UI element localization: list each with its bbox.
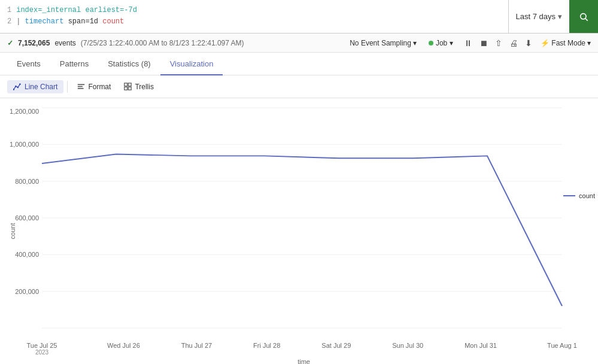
job-chevron-icon: ▾ xyxy=(450,39,453,47)
kw-count: count xyxy=(102,17,124,26)
events-label: events xyxy=(54,39,75,47)
x-label-jul29: Sat Jul 29 xyxy=(321,342,351,356)
x-label-jul30: Sun Jul 30 xyxy=(392,342,423,356)
svg-line-1 xyxy=(585,19,588,21)
kw-index: index=_internal xyxy=(16,6,81,14)
kw-earliest: earliest=-7d xyxy=(85,6,136,14)
fast-mode-chevron-icon: ▾ xyxy=(587,39,591,47)
x-label-jul26: Wed Jul 26 xyxy=(107,342,140,356)
y-axis: 1,200,000 1,000,000 800,000 600,000 400,… xyxy=(3,108,562,328)
svg-point-0 xyxy=(581,13,586,19)
trellis-icon xyxy=(124,83,132,90)
chevron-down-icon: ▾ xyxy=(558,12,562,21)
legend-line-icon xyxy=(563,195,575,196)
line-num-1: 1 xyxy=(7,5,11,16)
time-picker[interactable]: Last 7 days ▾ xyxy=(508,0,570,33)
query-line-1: 1 index=_internal earliest=-7d xyxy=(7,5,501,16)
job-status-dot xyxy=(429,41,433,46)
sampling-label: No Event Sampling xyxy=(350,39,411,47)
x-label-jul27: Thu Jul 27 xyxy=(181,342,212,356)
search-icon xyxy=(579,11,588,22)
tab-events[interactable]: Events xyxy=(7,53,50,75)
legend-count: count xyxy=(563,192,595,199)
share-icon[interactable]: ⇧ xyxy=(494,37,503,49)
svg-point-4 xyxy=(17,86,19,88)
status-check-icon: ✓ xyxy=(7,39,13,47)
svg-rect-10 xyxy=(129,83,132,86)
x-label-jul28: Fri Jul 28 xyxy=(253,342,280,356)
line-chart-button[interactable]: Line Chart xyxy=(7,80,63,93)
query-bar: 1 index=_internal earliest=-7d 2 | timec… xyxy=(0,0,598,34)
svg-point-5 xyxy=(19,83,21,85)
format-button[interactable]: Format xyxy=(71,80,117,93)
job-dropdown[interactable]: Job ▾ xyxy=(429,39,453,47)
svg-rect-12 xyxy=(129,87,132,90)
stop-icon[interactable]: ⏹ xyxy=(478,37,489,49)
line-chart-label: Line Chart xyxy=(25,83,57,91)
x-label-jul31: Mon Jul 31 xyxy=(465,342,497,356)
sampling-chevron-icon: ▾ xyxy=(413,39,417,47)
x-axis-title: _time xyxy=(294,358,310,364)
format-label: Format xyxy=(88,83,111,91)
y-label-200k: 200,000 xyxy=(6,288,39,295)
chart-area: count 1,200,000 1,000,000 800,000 600,00… xyxy=(0,98,598,364)
line-num-2: 2 xyxy=(7,16,11,28)
toolbar-separator xyxy=(67,81,68,93)
y-label-600k: 600,000 xyxy=(6,214,39,222)
x-axis: Tue Jul 25 2023 Wed Jul 26 Thu Jul 27 Fr… xyxy=(42,342,562,356)
y-label-400k: 400,000 xyxy=(6,251,39,258)
y-label-1200k: 1,200,000 xyxy=(6,108,39,115)
svg-rect-11 xyxy=(125,87,128,90)
tab-patterns[interactable]: Patterns xyxy=(50,53,98,75)
kw-span: span=1d xyxy=(68,17,103,26)
kw-timechart: timechart xyxy=(25,17,64,26)
job-label: Job xyxy=(436,39,447,47)
pipe-sym: | xyxy=(16,17,25,26)
svg-point-3 xyxy=(15,85,17,87)
main-tabs: Events Patterns Statistics (8) Visualiza… xyxy=(0,53,598,75)
status-action-icons: ⏸ ⏹ ⇧ 🖨 ⬇ xyxy=(463,37,533,49)
trellis-label: Trellis xyxy=(135,83,154,91)
svg-rect-7 xyxy=(78,86,83,87)
event-sampling-dropdown[interactable]: No Event Sampling ▾ xyxy=(350,39,417,47)
query-text-1: index=_internal earliest=-7d xyxy=(16,5,137,16)
query-text-2: | timechart span=1d count xyxy=(16,16,124,28)
y-label-800k: 800,000 xyxy=(6,178,39,185)
chart-container: 1,200,000 1,000,000 800,000 600,000 400,… xyxy=(42,108,562,328)
svg-rect-9 xyxy=(125,83,128,86)
x-label-aug1: Tue Aug 1 xyxy=(538,342,586,356)
export-icon[interactable]: ⬇ xyxy=(524,37,533,49)
chart-legend: count xyxy=(563,192,595,199)
tab-statistics[interactable]: Statistics (8) xyxy=(98,53,160,75)
format-icon xyxy=(77,83,85,90)
event-count: 7,152,065 xyxy=(18,39,50,47)
tab-visualization[interactable]: Visualization xyxy=(160,53,223,75)
query-line-2: 2 | timechart span=1d count xyxy=(7,16,501,28)
time-range: (7/25/23 1:22:40.000 AM to 8/1/23 1:22:4… xyxy=(81,39,244,47)
time-picker-label: Last 7 days xyxy=(516,12,556,21)
svg-rect-6 xyxy=(78,84,84,85)
svg-rect-8 xyxy=(78,88,84,89)
y-label-1000k: 1,000,000 xyxy=(6,141,39,148)
fast-mode-label: Fast Mode xyxy=(551,39,585,47)
chart-toolbar: Line Chart Format Trellis xyxy=(0,75,598,98)
line-chart-icon xyxy=(13,83,22,91)
legend-label: count xyxy=(579,192,595,199)
print-icon[interactable]: 🖨 xyxy=(508,37,519,49)
pause-icon[interactable]: ⏸ xyxy=(463,37,473,49)
search-button[interactable] xyxy=(569,0,598,33)
x-label-jul25: Tue Jul 25 2023 xyxy=(18,342,66,356)
trellis-button[interactable]: Trellis xyxy=(118,80,160,93)
fast-mode-dropdown[interactable]: Fast Mode ▾ xyxy=(541,39,591,47)
status-bar: ✓ 7,152,065 events (7/25/23 1:22:40.000 … xyxy=(0,34,598,53)
query-editor[interactable]: 1 index=_internal earliest=-7d 2 | timec… xyxy=(0,0,508,33)
